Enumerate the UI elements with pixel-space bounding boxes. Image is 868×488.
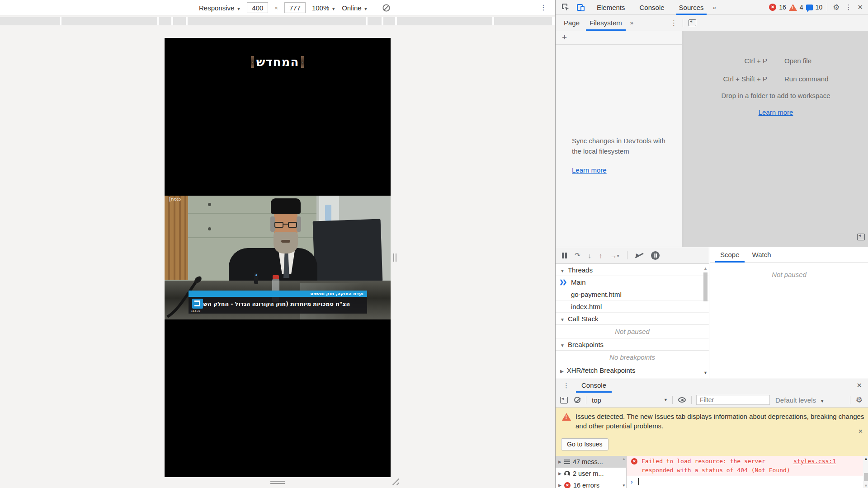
debugger-area: ↷ ↓ ↑ →• ▼Threads ❯❯Main go-payment.html… (556, 247, 868, 378)
drawer-menu-icon[interactable]: ⋮ (563, 381, 570, 389)
channel-logo: ‹ המחדש › (165, 54, 391, 70)
clear-console-icon[interactable] (574, 397, 580, 403)
sidebar-item-errors[interactable]: ▶ ✕ 16 errors (556, 479, 626, 488)
console-sidebar-toggle-icon[interactable] (560, 397, 568, 404)
viewport-resize-handle-corner[interactable] (391, 477, 399, 485)
step-out-icon[interactable]: ↑ (599, 252, 603, 259)
error-badge-icon[interactable]: ✕ (769, 4, 776, 11)
thread-item[interactable]: index.html (556, 300, 709, 313)
devtools-menu-icon[interactable]: ⋮ (845, 3, 852, 11)
settings-gear-icon[interactable]: ⚙ (833, 3, 840, 12)
callstack-empty: Not paused (556, 325, 709, 338)
zoom-select[interactable]: 100%▼ (312, 4, 335, 12)
scrollbar-thumb[interactable] (703, 272, 708, 301)
mq-block[interactable] (368, 17, 382, 25)
close-drawer-icon[interactable]: ✕ (856, 381, 862, 389)
sidebar-item-all-messages[interactable]: ▶ 47 mess... (556, 456, 626, 468)
mq-block[interactable] (383, 17, 395, 25)
tab-elements[interactable]: Elements (594, 0, 628, 15)
sidebar-scrollbar[interactable]: ▲ ▼ (703, 265, 708, 377)
error-count[interactable]: 16 (779, 4, 786, 11)
mq-block[interactable] (173, 17, 186, 25)
threads-section-header[interactable]: ▼Threads (556, 264, 709, 276)
shortcut-keys: Ctrl + P (683, 57, 767, 65)
width-input[interactable] (247, 2, 268, 13)
add-folder-icon[interactable]: + (562, 33, 567, 42)
context-select[interactable]: top ▼ (592, 396, 668, 404)
height-input[interactable] (284, 2, 306, 13)
more-tabs-icon[interactable]: » (713, 4, 716, 11)
message-badge-icon[interactable] (806, 5, 813, 10)
video-player[interactable]: [כנסת ועדת החוקה, חוק ומשפט הצ"ח סמכויות… (165, 193, 391, 319)
collapse-debugger-icon[interactable] (857, 234, 865, 240)
console-settings-icon[interactable]: ⚙ (856, 395, 863, 405)
device-viewport[interactable]: ‹ המחדש › (165, 38, 391, 477)
mq-block[interactable] (397, 17, 492, 25)
step-into-icon[interactable]: ↓ (588, 252, 592, 259)
device-toolbar-toggle-icon[interactable] (576, 3, 585, 12)
collapse-navigator-icon[interactable] (689, 19, 696, 26)
mq-block[interactable] (159, 17, 171, 25)
mq-block[interactable] (494, 17, 552, 25)
close-devtools-icon[interactable]: ✕ (857, 3, 863, 11)
inspect-icon[interactable] (561, 3, 570, 12)
callstack-section-header[interactable]: ▼Call Stack (556, 313, 709, 325)
workspace-learn-more-link[interactable]: Learn more (759, 108, 793, 116)
monitor (313, 219, 383, 283)
console-prompt[interactable]: › (627, 476, 868, 488)
device-type-select[interactable]: Responsive▼ (199, 4, 241, 12)
scroll-up-icon[interactable]: ▲ (622, 457, 626, 461)
error-message[interactable]: ✕ Failed to load resource: the server re… (627, 456, 868, 476)
expand-triangle-icon: ▶ (560, 369, 564, 374)
viewport-resize-handle-right[interactable] (393, 253, 396, 262)
blue-object (325, 205, 331, 221)
rotate-icon[interactable] (382, 4, 391, 12)
live-expression-eye-icon[interactable] (678, 397, 686, 403)
mq-block[interactable] (61, 17, 157, 25)
tab-drawer-console[interactable]: Console (580, 378, 608, 393)
thread-item[interactable]: go-payment.html (556, 288, 709, 300)
more-nav-tabs-icon[interactable]: » (630, 19, 633, 26)
scroll-down-icon[interactable]: ▼ (703, 371, 708, 375)
breakpoints-section-header[interactable]: ▼Breakpoints (556, 338, 709, 351)
scrollbar-thumb[interactable] (864, 473, 868, 481)
error-source-link[interactable]: styles.css:1 (793, 458, 836, 465)
deactivate-breakpoints-icon[interactable] (635, 252, 643, 258)
tab-watch[interactable]: Watch (750, 247, 774, 263)
tab-filesystem[interactable]: Filesystem (588, 15, 624, 31)
scroll-up-icon[interactable]: ▲ (703, 266, 708, 271)
message-count[interactable]: 10 (816, 4, 823, 11)
tab-sources[interactable]: Sources (676, 0, 707, 15)
navigator-menu-icon[interactable]: ⋮ (670, 19, 677, 27)
user-icon (564, 471, 570, 477)
tab-page[interactable]: Page (562, 15, 581, 31)
pause-on-exceptions-icon[interactable] (651, 251, 660, 260)
expand-triangle-icon: ▶ (558, 483, 561, 488)
speaker-hair (297, 216, 301, 232)
sidebar-item-user-messages[interactable]: ▶ 2 user m... (556, 468, 626, 479)
pause-script-icon[interactable] (562, 253, 567, 258)
warning-badge-icon[interactable]: ! (789, 4, 797, 11)
log-levels-select[interactable]: Default levels ▼ (775, 396, 824, 404)
tab-scope[interactable]: Scope (718, 247, 742, 263)
scroll-up-icon[interactable]: ▲ (864, 456, 868, 461)
sync-learn-more-link[interactable]: Learn more (572, 166, 607, 174)
viewport-resize-handle-bottom[interactable] (270, 481, 285, 484)
console-scrollbar[interactable]: ▲ ▼ (863, 456, 868, 488)
dismiss-issues-icon[interactable]: ✕ (858, 428, 863, 435)
step-over-icon[interactable]: ↷ (575, 251, 580, 259)
go-to-issues-button[interactable]: Go to Issues (561, 438, 609, 450)
mq-block[interactable] (188, 17, 366, 25)
mq-block[interactable] (0, 17, 60, 25)
scroll-down-icon[interactable]: ▼ (864, 483, 868, 488)
scroll-down-icon[interactable]: ▼ (622, 483, 626, 488)
warning-count[interactable]: 4 (800, 4, 803, 11)
thread-item-main[interactable]: ❯❯Main (556, 276, 709, 288)
chevron-down-icon: ▼ (236, 7, 241, 11)
tab-console[interactable]: Console (637, 0, 667, 15)
step-icon[interactable]: →• (610, 252, 619, 259)
throttling-select[interactable]: Online▼ (342, 4, 368, 12)
console-filter-input[interactable] (696, 395, 770, 405)
xhr-breakpoints-section-header[interactable]: ▶XHR/fetch Breakpoints (556, 364, 709, 376)
more-options-icon[interactable]: ⋮ (540, 3, 547, 12)
